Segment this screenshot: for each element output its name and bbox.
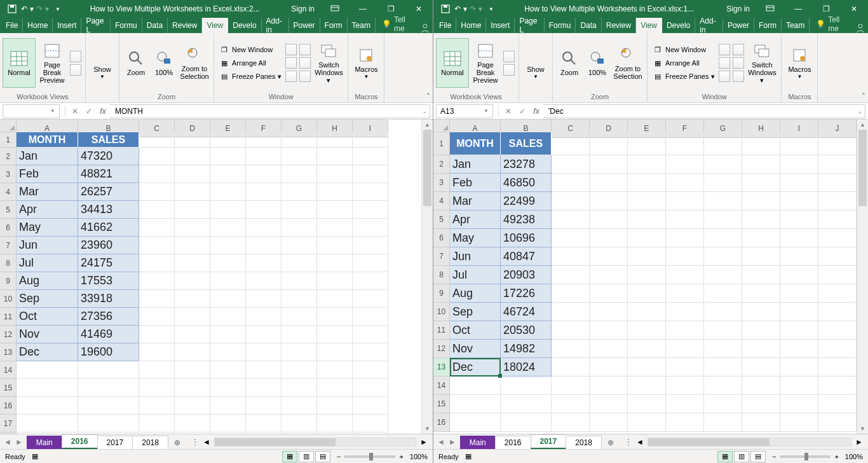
cell[interactable]: May xyxy=(450,229,501,247)
macro-record-icon[interactable]: ▦ xyxy=(32,452,38,460)
cell[interactable] xyxy=(666,247,704,266)
cell[interactable] xyxy=(281,326,317,343)
cell[interactable] xyxy=(353,326,388,343)
row-header[interactable]: 10 xyxy=(433,303,450,321)
zoom-button[interactable]: Zoom xyxy=(122,38,150,88)
cell[interactable] xyxy=(317,219,353,237)
cell[interactable]: 33918 xyxy=(78,290,139,308)
cell[interactable] xyxy=(552,413,590,432)
cell[interactable]: Jan xyxy=(17,148,78,165)
row-header[interactable]: 8 xyxy=(0,254,17,272)
cell[interactable] xyxy=(590,395,628,413)
cell[interactable] xyxy=(780,247,818,266)
cell[interactable] xyxy=(590,132,628,155)
cell[interactable] xyxy=(210,326,246,343)
zoom-button[interactable]: Zoom xyxy=(555,38,583,88)
cell[interactable] xyxy=(628,155,666,174)
minimize-icon[interactable]: ― xyxy=(784,0,812,18)
sheet-tab-2017[interactable]: 2017 xyxy=(97,436,133,449)
cell[interactable] xyxy=(780,395,818,413)
cell[interactable] xyxy=(704,284,742,303)
cell[interactable]: Sep xyxy=(17,290,78,308)
switch-windows-button[interactable]: SwitchWindows ▾ xyxy=(745,38,778,88)
cell[interactable] xyxy=(742,192,780,211)
cell[interactable] xyxy=(353,183,388,201)
cell[interactable]: Feb xyxy=(450,174,501,192)
freeze-panes-button[interactable]: ▤Freeze Panes ▾ xyxy=(650,70,717,83)
cell[interactable] xyxy=(353,201,388,219)
row-header[interactable]: 3 xyxy=(0,165,17,183)
cell[interactable] xyxy=(353,397,388,415)
row-header[interactable]: 6 xyxy=(433,229,450,247)
zoom-100-button[interactable]: 100% xyxy=(150,38,178,88)
save-icon[interactable] xyxy=(5,2,19,16)
cell[interactable] xyxy=(666,321,704,340)
row-header[interactable]: 9 xyxy=(433,284,450,303)
tab-file[interactable]: File xyxy=(1,18,23,33)
cell[interactable] xyxy=(590,340,628,358)
cell[interactable] xyxy=(210,254,246,272)
cell[interactable] xyxy=(210,415,246,432)
cell[interactable] xyxy=(818,340,857,358)
cell[interactable] xyxy=(590,266,628,284)
cell[interactable] xyxy=(281,290,317,308)
cell[interactable] xyxy=(139,361,175,379)
row-header[interactable]: 16 xyxy=(0,397,17,415)
cell[interactable] xyxy=(353,290,388,308)
formula-input[interactable]: MONTH⌄ xyxy=(110,104,430,118)
cell[interactable] xyxy=(818,266,857,284)
macros-button[interactable]: Macros▼ xyxy=(351,38,381,88)
cell[interactable] xyxy=(353,132,388,148)
cell[interactable] xyxy=(552,155,590,174)
cell[interactable] xyxy=(175,132,210,148)
cell[interactable] xyxy=(780,358,818,377)
view-pagelayout-icon[interactable]: ▥ xyxy=(734,451,749,462)
signin-link[interactable]: Sign in xyxy=(720,0,756,18)
zoom-100-button[interactable]: 100% xyxy=(583,38,611,88)
cell[interactable] xyxy=(353,165,388,183)
cell[interactable] xyxy=(742,395,780,413)
cell[interactable]: Feb xyxy=(17,165,78,183)
cell[interactable] xyxy=(281,237,317,254)
cell[interactable] xyxy=(742,266,780,284)
cell[interactable] xyxy=(552,377,590,395)
cell[interactable]: Mar xyxy=(450,192,501,211)
cell[interactable] xyxy=(590,229,628,247)
cell[interactable] xyxy=(17,432,78,434)
cell[interactable] xyxy=(704,377,742,395)
cell[interactable]: 26257 xyxy=(78,183,139,201)
cell[interactable] xyxy=(317,326,353,343)
cell[interactable] xyxy=(78,432,139,434)
row-header[interactable]: 14 xyxy=(433,377,450,395)
new-sheet-button[interactable]: ⊕ xyxy=(601,436,620,449)
cell[interactable] xyxy=(210,308,246,326)
cell[interactable]: Apr xyxy=(17,201,78,219)
cell[interactable] xyxy=(742,284,780,303)
cell[interactable] xyxy=(501,395,552,413)
cell[interactable]: 10696 xyxy=(501,229,552,247)
tab-pagelayout[interactable]: Page L xyxy=(81,18,111,33)
tab-pagelayout[interactable]: Page L xyxy=(515,18,544,33)
horizontal-scrollbar[interactable] xyxy=(214,438,416,446)
cell[interactable] xyxy=(742,155,780,174)
cell[interactable] xyxy=(552,395,590,413)
cell[interactable] xyxy=(175,432,210,434)
cell[interactable] xyxy=(246,343,281,361)
sheet-nav[interactable]: ◄► xyxy=(0,438,27,446)
cell[interactable] xyxy=(666,174,704,192)
undo-icon[interactable]: ↶ ▾ xyxy=(454,2,468,16)
cell[interactable] xyxy=(628,358,666,377)
tab-power[interactable]: Power xyxy=(723,18,754,33)
cell[interactable] xyxy=(175,361,210,379)
cell[interactable] xyxy=(628,303,666,321)
cell[interactable] xyxy=(552,358,590,377)
cell[interactable] xyxy=(317,272,353,290)
row-header[interactable]: 5 xyxy=(0,201,17,219)
row-header[interactable]: 4 xyxy=(433,192,450,211)
row-header[interactable]: 11 xyxy=(433,321,450,340)
cell[interactable] xyxy=(246,308,281,326)
cell[interactable] xyxy=(139,165,175,183)
cell[interactable] xyxy=(353,343,388,361)
cell[interactable] xyxy=(317,379,353,397)
cell[interactable] xyxy=(501,413,552,432)
